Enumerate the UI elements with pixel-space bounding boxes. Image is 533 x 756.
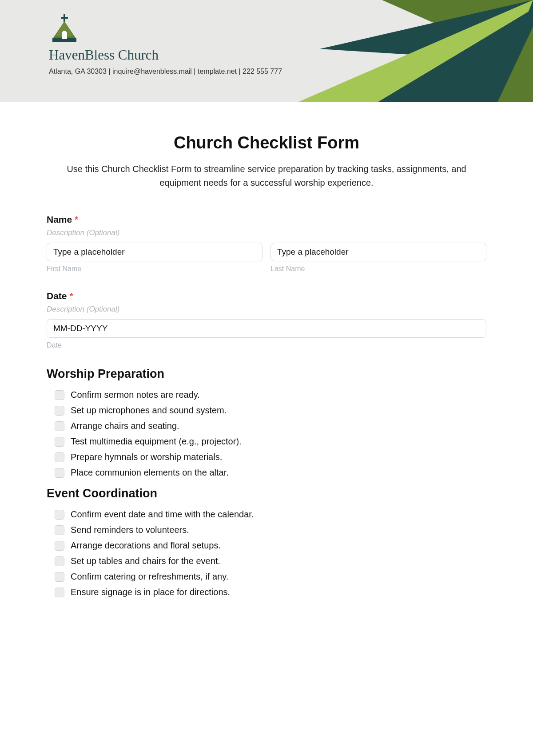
date-label: Date * xyxy=(47,291,486,301)
checklist-item-label: Confirm sermon notes are ready. xyxy=(71,390,200,400)
checklist-item-label: Send reminders to volunteers. xyxy=(71,525,189,535)
checklist-item: Arrange chairs and seating. xyxy=(55,421,486,431)
checklist-item-label: Confirm catering or refreshments, if any… xyxy=(71,572,228,582)
checklist-item-label: Ensure signage is in place for direction… xyxy=(71,587,230,597)
org-contact-line: Atlanta, GA 30303 | inquire@havenbless.m… xyxy=(49,68,511,76)
name-hint: Description (Optional) xyxy=(47,228,486,237)
name-field-group: Name * Description (Optional) First Name… xyxy=(47,214,486,273)
required-asterisk: * xyxy=(75,214,78,224)
checklist-item-label: Place communion elements on the altar. xyxy=(71,468,229,478)
checkbox[interactable] xyxy=(55,452,64,462)
last-name-input[interactable] xyxy=(270,243,486,261)
checkbox[interactable] xyxy=(55,406,64,416)
checkbox[interactable] xyxy=(55,421,64,431)
name-label: Name * xyxy=(47,214,486,225)
checklist-item: Set up tables and chairs for the event. xyxy=(55,556,486,566)
checklist-item: Prepare hymnals or worship materials. xyxy=(55,452,486,462)
form-description: Use this Church Checklist Form to stream… xyxy=(47,162,486,190)
checkbox[interactable] xyxy=(55,556,64,566)
section-heading: Worship Preparation xyxy=(47,367,486,381)
form-title: Church Checklist Form xyxy=(47,133,486,152)
checkbox[interactable] xyxy=(55,390,64,400)
checklist-item-label: Arrange decorations and floral setups. xyxy=(71,540,221,551)
checklist-item: Arrange decorations and floral setups. xyxy=(55,540,486,551)
checklist-item: Place communion elements on the altar. xyxy=(55,468,486,478)
checklist-item-label: Arrange chairs and seating. xyxy=(71,421,179,431)
last-name-sublabel: Last Name xyxy=(270,265,486,273)
checklist-item: Test multimedia equipment (e.g., project… xyxy=(55,436,486,447)
checklist: Confirm sermon notes are ready.Set up mi… xyxy=(47,390,486,478)
date-field-group: Date * Description (Optional) Date xyxy=(47,291,486,349)
checklist-item-label: Set up microphones and sound system. xyxy=(71,405,227,416)
checkbox[interactable] xyxy=(55,572,64,582)
date-hint: Description (Optional) xyxy=(47,305,486,314)
checklist-item-label: Prepare hymnals or worship materials. xyxy=(71,452,222,462)
first-name-sublabel: First Name xyxy=(47,265,263,273)
checklist-item: Send reminders to volunteers. xyxy=(55,525,486,535)
checkbox[interactable] xyxy=(55,525,64,535)
svg-rect-6 xyxy=(61,17,68,19)
checklist-item-label: Set up tables and chairs for the event. xyxy=(71,556,220,566)
checklist-item: Confirm event date and time with the cal… xyxy=(55,509,486,520)
page-header: HavenBless Church Atlanta, GA 30303 | in… xyxy=(0,0,533,102)
checkbox[interactable] xyxy=(55,468,64,478)
checklist-item: Set up microphones and sound system. xyxy=(55,405,486,416)
checkbox[interactable] xyxy=(55,510,64,520)
form-content: Church Checklist Form Use this Church Ch… xyxy=(0,102,533,620)
church-logo-icon xyxy=(49,13,80,44)
name-label-text: Name xyxy=(47,214,72,224)
checklist-item: Ensure signage is in place for direction… xyxy=(55,587,486,597)
checkbox[interactable] xyxy=(55,541,64,551)
date-sublabel: Date xyxy=(47,341,486,349)
section-heading: Event Coordination xyxy=(47,487,486,500)
checklist-item-label: Test multimedia equipment (e.g., project… xyxy=(71,436,242,447)
date-label-text: Date xyxy=(47,291,67,301)
checkbox[interactable] xyxy=(55,437,64,447)
org-name: HavenBless Church xyxy=(49,47,511,63)
checklist-item-label: Confirm event date and time with the cal… xyxy=(71,509,254,520)
checklist: Confirm event date and time with the cal… xyxy=(47,509,486,597)
checklist-item: Confirm catering or refreshments, if any… xyxy=(55,572,486,582)
date-input[interactable] xyxy=(47,319,486,338)
first-name-input[interactable] xyxy=(47,243,263,261)
checkbox[interactable] xyxy=(55,588,64,597)
checklist-item: Confirm sermon notes are ready. xyxy=(55,390,486,400)
required-asterisk: * xyxy=(69,291,73,301)
